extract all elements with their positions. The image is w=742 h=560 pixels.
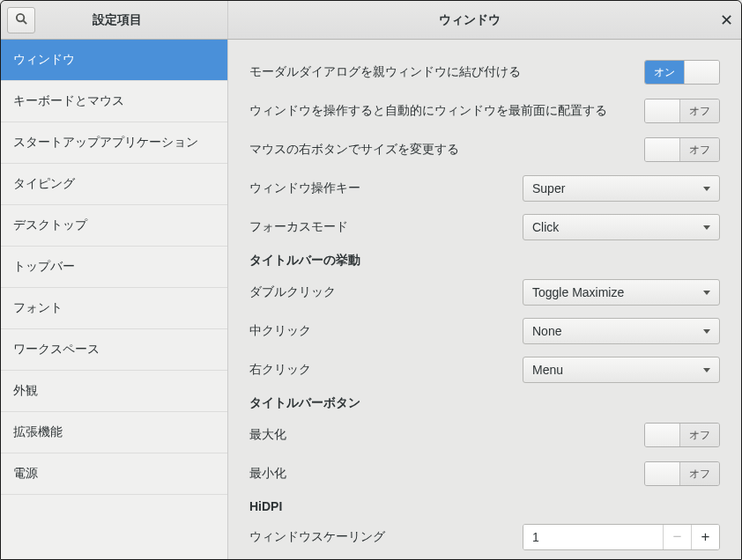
- chevron-down-icon: [703, 225, 710, 230]
- select-dropdown[interactable]: Toggle Maximize: [523, 279, 720, 306]
- number-spinner[interactable]: 1−+: [523, 524, 720, 550]
- setting-row: モーダルダイアログを親ウィンドウに結び付けるオン: [249, 59, 720, 85]
- select-value: Toggle Maximize: [532, 285, 703, 299]
- chevron-down-icon: [703, 329, 710, 334]
- toggle-switch[interactable]: オフ: [644, 137, 720, 162]
- chevron-down-icon: [703, 187, 710, 191]
- toggle-label: オフ: [680, 138, 719, 161]
- sidebar-item-8[interactable]: 外観: [1, 371, 227, 412]
- toggle-handle: [684, 61, 719, 84]
- section-header: HiDPI: [249, 499, 720, 513]
- sidebar-item-7[interactable]: ワークスペース: [1, 329, 227, 371]
- setting-row: フォーカスモードClick: [249, 214, 720, 240]
- settings-window: 設定項目 ウィンドウ ✕ ウィンドウキーボードとマウススタートアップアプリケーシ…: [0, 0, 742, 560]
- section-header: タイトルバーの挙動: [249, 253, 720, 269]
- select-value: Super: [532, 181, 703, 195]
- toggle-label: オフ: [680, 99, 719, 122]
- setting-row: 右クリックMenu: [249, 357, 720, 383]
- toggle-handle: [645, 138, 680, 161]
- toggle-switch[interactable]: オン: [644, 60, 720, 85]
- setting-row: 中クリックNone: [249, 318, 720, 344]
- content-panel: モーダルダイアログを親ウィンドウに結び付けるオンウィンドウを操作すると自動的にウ…: [228, 40, 741, 559]
- chevron-down-icon: [703, 291, 710, 295]
- sidebar-item-9[interactable]: 拡張機能: [1, 412, 227, 453]
- toggle-switch[interactable]: オフ: [644, 99, 720, 123]
- setting-row: ウィンドウスケーリング1−+: [249, 524, 720, 550]
- select-dropdown[interactable]: Menu: [523, 357, 720, 383]
- titlebar-right: ウィンドウ ✕: [228, 1, 741, 39]
- toggle-label: オフ: [680, 424, 719, 446]
- toggle-handle: [645, 99, 680, 122]
- setting-label: ダブルクリック: [249, 284, 523, 300]
- setting-label: ウィンドウ操作キー: [249, 181, 523, 196]
- svg-line-1: [23, 20, 26, 24]
- setting-row: マウスの右ボタンでサイズを変更するオフ: [249, 136, 720, 163]
- sidebar-item-1[interactable]: キーボードとマウス: [1, 81, 227, 122]
- search-icon: [15, 12, 28, 28]
- toggle-switch[interactable]: オフ: [644, 461, 720, 486]
- sidebar-item-3[interactable]: タイピング: [1, 164, 227, 205]
- spinner-increment[interactable]: +: [691, 525, 719, 549]
- setting-label: 中クリック: [249, 323, 523, 339]
- close-icon: ✕: [720, 11, 733, 30]
- select-dropdown[interactable]: None: [523, 318, 720, 344]
- setting-label: ウィンドウスケーリング: [249, 529, 523, 545]
- select-dropdown[interactable]: Click: [523, 214, 720, 240]
- setting-label: 最小化: [249, 466, 644, 482]
- titlebar-left: 設定項目: [1, 1, 228, 39]
- toggle-handle: [645, 462, 680, 485]
- sidebar-item-0[interactable]: ウィンドウ: [1, 40, 227, 81]
- titlebar-left-title: 設定項目: [35, 12, 227, 28]
- sidebar-item-10[interactable]: 電源: [1, 453, 227, 495]
- setting-row: 最大化オフ: [249, 422, 720, 448]
- setting-row: ウィンドウを操作すると自動的にウィンドウを最前面に配置するオフ: [249, 98, 720, 124]
- sidebar-item-4[interactable]: デスクトップ: [1, 205, 227, 247]
- select-dropdown[interactable]: Super: [523, 175, 720, 202]
- setting-label: 右クリック: [249, 362, 523, 378]
- setting-row: ダブルクリックToggle Maximize: [249, 279, 720, 306]
- sidebar-item-2[interactable]: スタートアップアプリケーション: [1, 122, 227, 164]
- toggle-label: オフ: [680, 462, 719, 485]
- toggle-handle: [645, 424, 680, 446]
- search-button[interactable]: [7, 7, 35, 33]
- setting-label: モーダルダイアログを親ウィンドウに結び付ける: [249, 64, 644, 80]
- section-header: タイトルバーボタン: [249, 395, 720, 411]
- titlebar-right-title: ウィンドウ: [228, 12, 711, 28]
- titlebar: 設定項目 ウィンドウ ✕: [1, 1, 741, 40]
- svg-point-0: [16, 13, 23, 20]
- setting-label: 最大化: [249, 427, 644, 443]
- setting-label: フォーカスモード: [249, 219, 523, 235]
- select-value: None: [532, 324, 703, 338]
- toggle-label: オン: [645, 61, 684, 84]
- setting-label: マウスの右ボタンでサイズを変更する: [249, 142, 644, 158]
- toggle-switch[interactable]: オフ: [644, 423, 720, 447]
- spinner-decrement[interactable]: −: [663, 525, 691, 549]
- setting-row: ウィンドウ操作キーSuper: [249, 175, 720, 202]
- window-body: ウィンドウキーボードとマウススタートアップアプリケーションタイピングデスクトップ…: [1, 40, 741, 559]
- close-button[interactable]: ✕: [711, 1, 741, 39]
- setting-row: 最小化オフ: [249, 461, 720, 487]
- sidebar-item-6[interactable]: フォント: [1, 288, 227, 329]
- chevron-down-icon: [703, 368, 710, 372]
- setting-label: ウィンドウを操作すると自動的にウィンドウを最前面に配置する: [249, 103, 644, 119]
- select-value: Menu: [532, 363, 703, 377]
- select-value: Click: [532, 220, 703, 234]
- spinner-value[interactable]: 1: [523, 525, 663, 549]
- sidebar: ウィンドウキーボードとマウススタートアップアプリケーションタイピングデスクトップ…: [1, 40, 228, 559]
- sidebar-item-5[interactable]: トップバー: [1, 247, 227, 288]
